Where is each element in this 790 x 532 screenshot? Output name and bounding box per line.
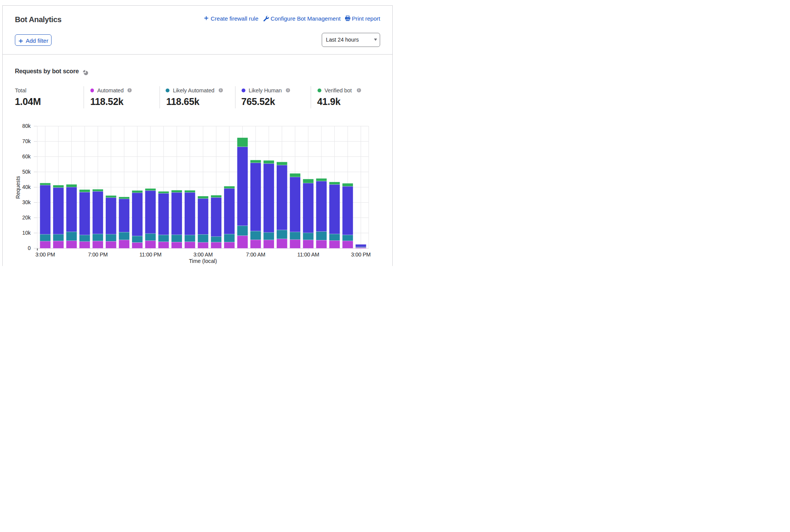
- svg-text:70k: 70k: [22, 139, 31, 144]
- svg-text:3:00 AM: 3:00 AM: [193, 251, 213, 258]
- svg-text:3:00 PM: 3:00 PM: [35, 251, 55, 258]
- svg-text:10k: 10k: [22, 230, 31, 236]
- svg-text:40k: 40k: [22, 184, 31, 190]
- svg-text:3:00 PM: 3:00 PM: [351, 251, 371, 258]
- svg-text:11:00 AM: 11:00 AM: [297, 251, 319, 258]
- svg-text:0: 0: [28, 245, 31, 251]
- svg-text:20k: 20k: [22, 215, 31, 221]
- svg-text:80k: 80k: [22, 123, 31, 129]
- svg-text:60k: 60k: [22, 154, 31, 160]
- svg-text:11:00 PM: 11:00 PM: [139, 251, 161, 258]
- svg-text:50k: 50k: [22, 169, 31, 175]
- svg-text:7:00 PM: 7:00 PM: [88, 251, 108, 258]
- svg-text:Time (local): Time (local): [189, 258, 217, 264]
- svg-text:30k: 30k: [22, 200, 31, 205]
- svg-text:Requests: Requests: [15, 176, 21, 199]
- svg-text:7:00 AM: 7:00 AM: [246, 251, 266, 258]
